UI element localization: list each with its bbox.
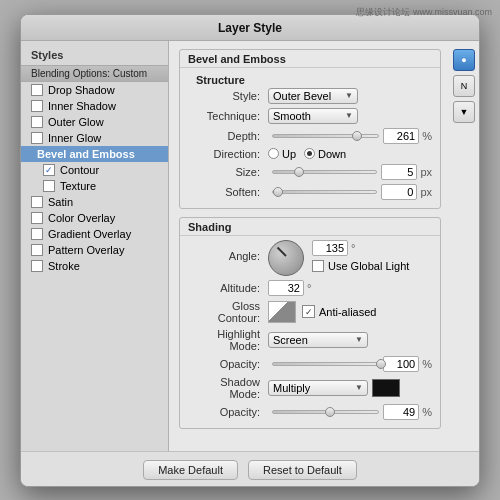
style-dropdown[interactable]: Outer Bevel ▼: [268, 88, 358, 104]
checkbox-6[interactable]: [43, 180, 55, 192]
cancel-button[interactable]: N: [453, 75, 475, 97]
size-thumb[interactable]: [294, 167, 304, 177]
depth-slider[interactable]: [272, 134, 379, 138]
checkbox-10[interactable]: [31, 244, 43, 256]
soften-thumb[interactable]: [273, 187, 283, 197]
sidebar-item-label-2: Outer Glow: [48, 116, 104, 128]
sidebar-item-satin[interactable]: Satin: [21, 194, 168, 210]
sidebar-item-inner-shadow[interactable]: Inner Shadow: [21, 98, 168, 114]
gloss-preview[interactable]: [268, 301, 296, 323]
technique-row: Technique: Smooth ▼: [188, 108, 432, 124]
blending-options[interactable]: Blending Options: Custom: [21, 65, 168, 82]
sidebar-item-gradient-overlay[interactable]: Gradient Overlay: [21, 226, 168, 242]
direction-up-radio[interactable]: [268, 148, 279, 159]
depth-thumb[interactable]: [352, 131, 362, 141]
shadow-opacity-unit: %: [422, 406, 432, 418]
size-input[interactable]: 5: [381, 164, 417, 180]
shading-title: Shading: [180, 218, 440, 236]
anti-aliased-checkbox[interactable]: ✓: [302, 305, 315, 318]
direction-up[interactable]: Up: [268, 148, 296, 160]
sidebar-item-label-10: Pattern Overlay: [48, 244, 124, 256]
angle-dial[interactable]: [268, 240, 304, 276]
reset-to-default-button[interactable]: Reset to Default: [248, 460, 357, 480]
checkbox-2[interactable]: [31, 116, 43, 128]
shadow-color-swatch[interactable]: [372, 379, 400, 397]
sidebar-item-texture[interactable]: Texture: [21, 178, 168, 194]
shadow-opacity-input[interactable]: 49: [383, 404, 419, 420]
opacity-unit: %: [422, 358, 432, 370]
angle-label: Angle:: [188, 240, 268, 262]
global-light-label: Use Global Light: [328, 260, 409, 272]
opacity-thumb[interactable]: [376, 359, 386, 369]
shadow-value: Multiply: [273, 382, 310, 394]
sidebar-item-label-9: Gradient Overlay: [48, 228, 131, 240]
checkbox-7[interactable]: [31, 196, 43, 208]
new-style-button[interactable]: ▼: [453, 101, 475, 123]
size-unit: px: [420, 166, 432, 178]
sidebar-item-label-11: Stroke: [48, 260, 80, 272]
soften-slider[interactable]: [272, 190, 377, 194]
technique-label: Technique:: [188, 110, 268, 122]
checkbox-0[interactable]: [31, 84, 43, 96]
checkbox-9[interactable]: [31, 228, 43, 240]
depth-unit: %: [422, 130, 432, 142]
opacity-input[interactable]: 100: [383, 356, 419, 372]
direction-down[interactable]: Down: [304, 148, 346, 160]
checkbox-8[interactable]: [31, 212, 43, 224]
shadow-opacity-slider[interactable]: [272, 410, 379, 414]
checkbox-1[interactable]: [31, 100, 43, 112]
checkbox-5[interactable]: [43, 164, 55, 176]
shadow-opacity-thumb[interactable]: [325, 407, 335, 417]
soften-row: Soften: 0 px: [188, 184, 432, 200]
direction-row: Direction: Up Down: [188, 148, 432, 160]
altitude-row: Altitude: 32 °: [188, 280, 432, 296]
sidebar: Styles Blending Options: Custom Drop Sha…: [21, 41, 169, 451]
direction-down-radio[interactable]: [304, 148, 315, 159]
checkbox-11[interactable]: [31, 260, 43, 272]
checkbox-3[interactable]: [31, 132, 43, 144]
depth-input[interactable]: 261: [383, 128, 419, 144]
angle-value-row: 135 °: [312, 240, 409, 256]
sidebar-item-drop-shadow[interactable]: Drop Shadow: [21, 82, 168, 98]
structure-subtitle: Structure: [188, 72, 432, 88]
sidebar-item-label-0: Drop Shadow: [48, 84, 115, 96]
opacity-slider[interactable]: [272, 362, 379, 366]
style-arrow: ▼: [345, 91, 353, 100]
shadow-dropdown[interactable]: Multiply ▼: [268, 380, 368, 396]
global-light-row: Use Global Light: [312, 260, 409, 272]
altitude-input[interactable]: 32: [268, 280, 304, 296]
highlight-arrow: ▼: [355, 335, 363, 344]
sidebar-item-stroke[interactable]: Stroke: [21, 258, 168, 274]
sidebar-item-color-overlay[interactable]: Color Overlay: [21, 210, 168, 226]
sidebar-item-contour[interactable]: Contour: [21, 162, 168, 178]
gloss-row: Gloss Contour: ✓ Anti-aliased: [188, 300, 432, 324]
highlight-dropdown[interactable]: Screen ▼: [268, 332, 368, 348]
bevel-emboss-section: Bevel and Emboss Structure Style: Outer …: [179, 49, 441, 209]
size-slider[interactable]: [272, 170, 377, 174]
soften-input[interactable]: 0: [381, 184, 417, 200]
sidebar-item-bevel-and-emboss[interactable]: Bevel and Emboss: [21, 146, 168, 162]
global-light-checkbox[interactable]: [312, 260, 324, 272]
altitude-label: Altitude:: [188, 282, 268, 294]
direction-group: Up Down: [268, 148, 346, 160]
angle-input[interactable]: 135: [312, 240, 348, 256]
angle-group: 135 ° Use Global Light: [268, 240, 409, 276]
bevel-emboss-title: Bevel and Emboss: [180, 50, 440, 68]
ok-button[interactable]: ●: [453, 49, 475, 71]
sidebar-item-pattern-overlay[interactable]: Pattern Overlay: [21, 242, 168, 258]
sidebar-item-outer-glow[interactable]: Outer Glow: [21, 114, 168, 130]
shadow-row: Shadow Mode: Multiply ▼: [188, 376, 432, 400]
make-default-button[interactable]: Make Default: [143, 460, 238, 480]
shadow-opacity-row: Opacity: 49 %: [188, 404, 432, 420]
soften-unit: px: [420, 186, 432, 198]
sidebar-item-label-1: Inner Shadow: [48, 100, 116, 112]
gloss-label: Gloss Contour:: [188, 300, 268, 324]
sidebar-item-inner-glow[interactable]: Inner Glow: [21, 130, 168, 146]
right-buttons: ● N ▼: [449, 49, 479, 123]
sidebar-item-label-5: Contour: [60, 164, 99, 176]
technique-dropdown[interactable]: Smooth ▼: [268, 108, 358, 124]
bottom-buttons: Make Default Reset to Default: [21, 451, 479, 486]
main-panel: ● N ▼ Bevel and Emboss Structure Style: …: [169, 41, 479, 451]
dialog: Layer Style Styles Blending Options: Cus…: [20, 14, 480, 487]
highlight-label: Highlight Mode:: [188, 328, 268, 352]
